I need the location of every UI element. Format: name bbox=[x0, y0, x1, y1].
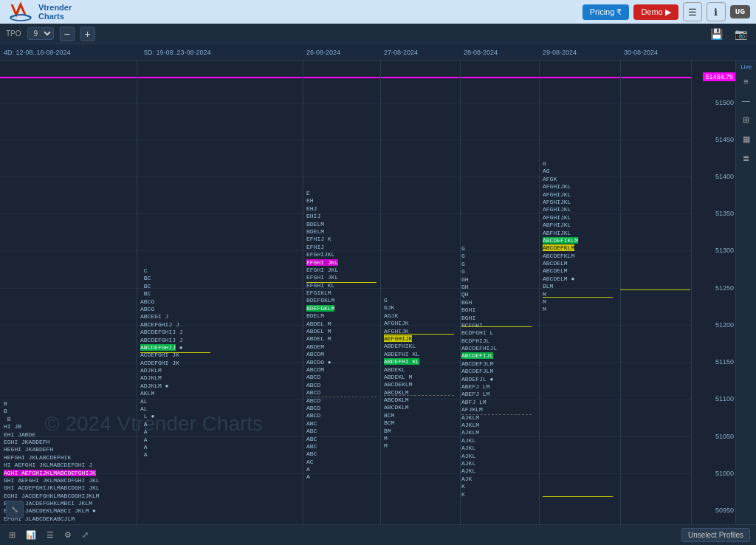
minus-button[interactable]: − bbox=[60, 27, 75, 41]
date-bar: 4D: 12-08..16-08-2024 5D: 19-08..23-08-2… bbox=[0, 44, 756, 61]
divider-4 bbox=[460, 61, 461, 524]
grid-line-11 bbox=[0, 473, 691, 474]
right-toolbar: Live ≡ — ⊞ ▦ ≣ bbox=[735, 61, 756, 524]
bt-grid-btn[interactable]: ⊞ bbox=[6, 529, 18, 541]
yellow-line-7 bbox=[384, 334, 454, 335]
grid-line-9 bbox=[0, 399, 691, 400]
grid-line-5 bbox=[0, 250, 691, 251]
main-area: © 2024 Vtrender Charts B B B HI JB bbox=[0, 61, 756, 524]
grid-line-6 bbox=[0, 288, 691, 289]
price-51000: 51000 bbox=[715, 470, 734, 477]
navbar-right: Pricing ₹ Demo ▶ ☰ ℹ UG bbox=[583, 2, 750, 21]
chart-inner: © 2024 Vtrender Charts B B B HI JB bbox=[0, 61, 691, 524]
demo-button[interactable]: Demo ▶ bbox=[633, 4, 678, 20]
yellow-line-5 bbox=[543, 297, 613, 298]
date-label-0: 4D: 12-08..16-08-2024 bbox=[4, 49, 71, 56]
rt-btn-4[interactable]: ▦ bbox=[738, 131, 755, 147]
date-label-2: 26-08-2024 bbox=[306, 49, 340, 56]
bt-expand-btn[interactable]: ⤢ bbox=[79, 529, 92, 541]
price-51150: 51150 bbox=[715, 358, 734, 366]
tpo-select[interactable]: 9 bbox=[27, 27, 54, 40]
price-51450: 51450 bbox=[715, 136, 734, 143]
current-price-label: 51484.75 bbox=[703, 72, 735, 81]
divider-6 bbox=[620, 61, 621, 524]
divider-1 bbox=[137, 61, 137, 524]
divider-5 bbox=[539, 61, 540, 524]
profile-block-5: G G G G GH GH QH BGH BGHI BGHI BCFGHI BC… bbox=[461, 245, 497, 498]
pricing-button[interactable]: Pricing ₹ bbox=[583, 4, 630, 20]
info-icon-button[interactable]: ℹ bbox=[707, 2, 726, 21]
menu-icon-button[interactable]: ☰ bbox=[683, 2, 702, 21]
profile-block-3: E EH EHJ EHIJ BDELM BDELM EFHIJ K EFHIJ … bbox=[306, 190, 338, 481]
live-label: Live bbox=[740, 64, 752, 70]
logo-area: Vtrender Charts bbox=[6, 1, 72, 22]
yellow-line-1 bbox=[306, 282, 377, 283]
rt-btn-3[interactable]: ⊞ bbox=[738, 112, 755, 128]
divider-2 bbox=[303, 61, 303, 524]
chart-canvas: © 2024 Vtrender Charts B B B HI JB bbox=[0, 61, 691, 524]
price-line bbox=[0, 77, 691, 78]
price-51300: 51300 bbox=[715, 247, 734, 254]
dashed-line-1 bbox=[306, 397, 377, 397]
yellow-line-6 bbox=[620, 289, 690, 290]
rt-btn-5[interactable]: ≣ bbox=[738, 150, 755, 166]
logo-text: Vtrender Charts bbox=[38, 3, 72, 21]
price-51400: 51400 bbox=[715, 173, 734, 180]
profile-block-2: C BC BC BC ABCG ABCG ABCEGI J ABCEFGHIJ … bbox=[140, 267, 183, 459]
unselect-profiles-button[interactable]: Unselect Profiles bbox=[681, 528, 750, 542]
screenshot-icon[interactable]: ⤡ bbox=[6, 501, 24, 518]
grid-line-8 bbox=[0, 362, 691, 363]
bt-list-btn[interactable]: ☰ bbox=[44, 529, 57, 541]
navbar: Vtrender Charts Pricing ₹ Demo ▶ ☰ ℹ UG bbox=[0, 0, 756, 24]
price-51050: 51050 bbox=[715, 433, 734, 440]
yellow-line-4 bbox=[543, 496, 613, 497]
grid-line-7 bbox=[0, 325, 691, 326]
plus-button[interactable]: + bbox=[80, 27, 95, 41]
price-51500: 51500 bbox=[715, 99, 734, 106]
profile-block-4: G GJK AGJK AFGHIJK AFGHIJK AEFGHIJK ABDE… bbox=[384, 297, 419, 450]
date-label-4: 28-08-2024 bbox=[464, 49, 498, 56]
bt-settings-btn[interactable]: ⚙ bbox=[61, 529, 75, 541]
price-51100: 51100 bbox=[715, 395, 734, 402]
camera-icon-button[interactable]: 📷 bbox=[732, 27, 750, 41]
profile-block-6: G AG AFGK AFGHIJKL AFGHIJKL AFGHIJKL AFG… bbox=[543, 160, 578, 314]
logo-icon bbox=[6, 1, 35, 22]
price-51350: 51350 bbox=[715, 210, 734, 217]
dashed-line-3 bbox=[384, 395, 454, 396]
date-label-5: 29-08-2024 bbox=[543, 49, 577, 56]
yellow-line-3 bbox=[461, 326, 532, 327]
rt-btn-2[interactable]: — bbox=[738, 92, 755, 109]
date-label-1: 5D: 19-08..23-08-2024 bbox=[144, 49, 211, 56]
grid-line-1 bbox=[0, 103, 691, 103]
save-icon-button[interactable]: 💾 bbox=[707, 27, 726, 41]
divider-3 bbox=[380, 61, 381, 524]
toolbar: TPO 9 − + 💾 📷 bbox=[0, 24, 756, 44]
date-label-3: 27-08-2024 bbox=[384, 49, 418, 56]
bottom-toolbar: ⊞ 📊 ☰ ⚙ ⤢ Unselect Profiles bbox=[0, 524, 756, 545]
bt-chart-btn[interactable]: 📊 bbox=[23, 529, 39, 541]
yellow-line-2 bbox=[140, 352, 210, 353]
tpo-label: TPO bbox=[6, 30, 21, 38]
price-51250: 51250 bbox=[715, 284, 734, 292]
grid-line-3 bbox=[0, 176, 691, 177]
grid-line-4 bbox=[0, 213, 691, 214]
price-51200: 51200 bbox=[715, 321, 734, 329]
price-scale: 51484.75 51500 51450 51400 51350 51300 5… bbox=[691, 61, 735, 524]
grid-line-10 bbox=[0, 436, 691, 437]
navbar-left: Vtrender Charts bbox=[6, 1, 72, 22]
user-icon-button[interactable]: UG bbox=[730, 5, 750, 18]
grid-line-2 bbox=[0, 140, 691, 140]
date-label-6: 30-08-2024 bbox=[624, 49, 658, 56]
dashed-line-2 bbox=[461, 414, 532, 415]
rt-btn-1[interactable]: ≡ bbox=[738, 73, 755, 89]
price-50950: 50950 bbox=[715, 507, 734, 514]
